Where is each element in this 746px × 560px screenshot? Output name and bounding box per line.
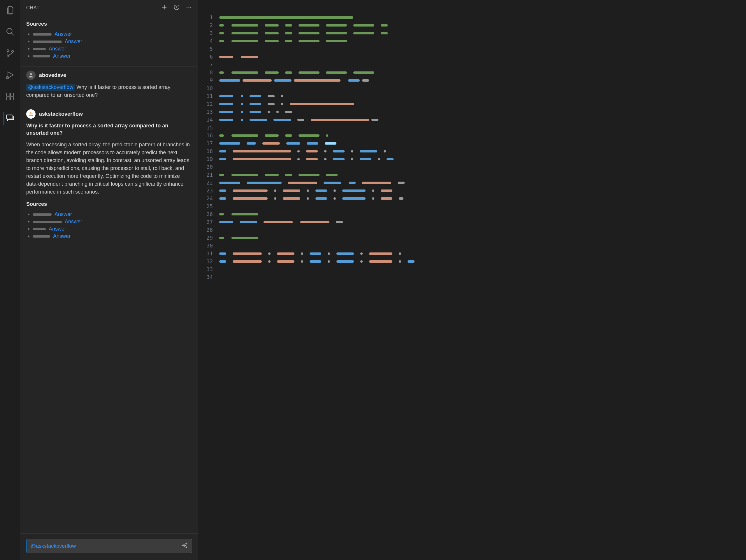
line-number: 27 xyxy=(198,218,213,226)
code-line xyxy=(219,29,740,37)
mention-chip[interactable]: @askstackoverflow xyxy=(26,84,75,91)
code-line xyxy=(219,124,740,131)
code-line xyxy=(219,37,740,45)
source-answer-link[interactable]: Answer xyxy=(49,226,66,232)
new-chat-button[interactable] xyxy=(161,4,168,12)
line-number: 6 xyxy=(198,53,213,61)
send-button[interactable] xyxy=(181,542,188,550)
answer-body: When processing a sorted array, the pred… xyxy=(26,141,192,196)
code-line xyxy=(219,242,740,249)
send-icon xyxy=(181,542,188,550)
svg-line-1 xyxy=(11,33,14,35)
source-answer-link[interactable]: Answer xyxy=(53,53,70,59)
line-number: 4 xyxy=(198,37,213,45)
code-line xyxy=(219,186,740,195)
code-line xyxy=(219,100,740,108)
code-line xyxy=(219,68,740,77)
source-item: Answer xyxy=(33,218,192,225)
code-line xyxy=(219,108,740,116)
code-line xyxy=(219,273,740,281)
line-number: 22 xyxy=(198,179,213,186)
files-icon xyxy=(5,5,15,16)
source-item: Answer xyxy=(33,233,192,239)
source-title-placeholder xyxy=(33,33,52,35)
line-number-gutter: 1234567891011121314151617181920212223242… xyxy=(198,13,219,560)
chat-scroll[interactable]: Sources AnswerAnswerAnswerAnswer aboveda… xyxy=(21,17,198,533)
code-line xyxy=(219,116,740,124)
history-button[interactable] xyxy=(173,4,180,12)
source-answer-link[interactable]: Answer xyxy=(55,31,72,37)
activity-explorer[interactable] xyxy=(3,4,17,18)
svg-rect-7 xyxy=(7,93,10,96)
line-number: 9 xyxy=(198,77,213,84)
activity-bar xyxy=(0,0,21,560)
source-answer-link[interactable]: Answer xyxy=(65,218,82,225)
chat-icon xyxy=(5,113,15,124)
code-line xyxy=(219,147,740,155)
source-answer-link[interactable]: Answer xyxy=(65,38,82,44)
sources-list-bot: AnswerAnswerAnswerAnswer xyxy=(26,211,192,239)
source-item: Answer xyxy=(33,226,192,232)
line-number: 3 xyxy=(198,29,213,37)
code-line xyxy=(219,210,740,218)
code-line xyxy=(219,195,740,202)
chat-panel-header: CHAT xyxy=(21,0,198,17)
code-line xyxy=(219,131,740,139)
code-line xyxy=(219,13,740,21)
code-line xyxy=(219,61,740,68)
sources-heading-bot: Sources xyxy=(26,201,192,207)
line-number: 17 xyxy=(198,139,213,147)
code-line xyxy=(219,92,740,100)
source-item: Answer xyxy=(33,53,192,59)
line-number: 29 xyxy=(198,234,213,242)
svg-point-0 xyxy=(7,28,12,34)
line-number: 30 xyxy=(198,242,213,249)
ellipsis-icon xyxy=(186,4,192,12)
user-message-body: @askstackoverflow Why is it faster to pr… xyxy=(26,83,192,99)
code-line xyxy=(219,163,740,171)
activity-extensions[interactable] xyxy=(3,90,17,104)
code-line xyxy=(219,249,740,257)
code-line xyxy=(219,234,740,242)
svg-rect-8 xyxy=(10,93,14,96)
line-number: 15 xyxy=(198,124,213,131)
chat-panel-title: CHAT xyxy=(26,5,40,10)
activity-search[interactable] xyxy=(3,26,17,39)
sources-heading: Sources xyxy=(26,21,192,27)
svg-rect-10 xyxy=(10,97,14,100)
line-number: 1 xyxy=(198,13,213,21)
line-number: 23 xyxy=(198,186,213,195)
activity-chat[interactable] xyxy=(3,112,17,125)
svg-point-2 xyxy=(7,50,9,52)
code-line xyxy=(219,265,740,273)
line-number: 32 xyxy=(198,257,213,265)
code-line xyxy=(219,84,740,92)
source-title-placeholder xyxy=(33,228,46,230)
source-title-placeholder xyxy=(33,48,46,50)
activity-run-debug[interactable] xyxy=(3,69,17,82)
line-number: 14 xyxy=(198,116,213,124)
more-actions-button[interactable] xyxy=(186,4,192,12)
activity-source-control[interactable] xyxy=(3,47,17,61)
user-name: abovedave xyxy=(39,72,66,79)
chat-input-wrap: @askstackoverflow xyxy=(21,533,198,560)
debug-icon xyxy=(5,70,15,81)
line-number: 26 xyxy=(198,210,213,218)
source-answer-link[interactable]: Answer xyxy=(49,46,66,52)
bot-name: askstackoverflow xyxy=(39,111,83,117)
editor[interactable]: 1234567891011121314151617181920212223242… xyxy=(198,0,746,560)
code-line xyxy=(219,257,740,265)
bot-avatar xyxy=(26,109,35,119)
code-preview xyxy=(219,13,746,560)
source-item: Answer xyxy=(33,31,192,37)
line-number: 12 xyxy=(198,100,213,108)
source-answer-link[interactable]: Answer xyxy=(53,233,70,239)
svg-point-3 xyxy=(7,55,9,57)
line-number: 24 xyxy=(198,195,213,202)
source-item: Answer xyxy=(33,211,192,217)
line-number: 20 xyxy=(198,163,213,171)
source-answer-link[interactable]: Answer xyxy=(55,211,72,217)
chat-input[interactable]: @askstackoverflow xyxy=(26,539,192,553)
line-number: 13 xyxy=(198,108,213,116)
input-mention: @askstackoverflow xyxy=(31,543,76,549)
